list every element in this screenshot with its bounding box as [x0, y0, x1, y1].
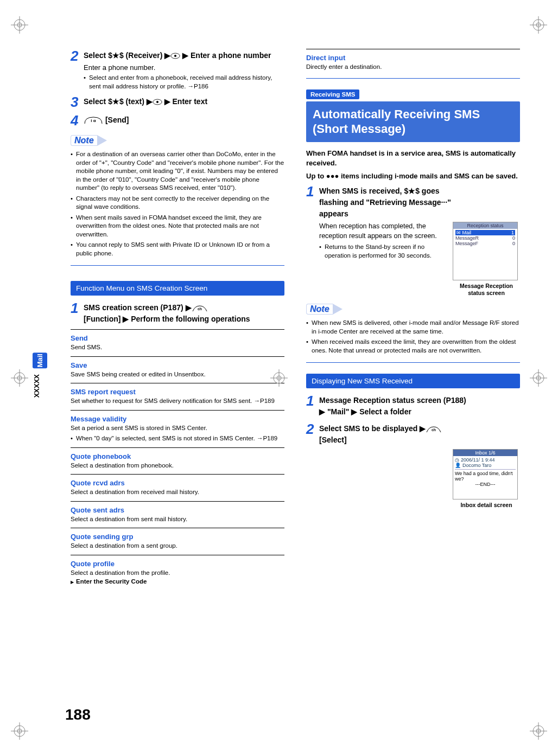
direct-input-title: Direct input — [306, 54, 520, 62]
divider — [306, 362, 520, 363]
rstep-1: 1 When SMS is received, $★$ goes flashin… — [306, 184, 520, 296]
screen-mock: Inbox 1/6 ◷2006/11/ 1 9:44 👤Docomo Taro … — [453, 449, 520, 509]
step-title: Select SMS to be displayed ▶ch [Select] — [319, 423, 520, 446]
arrow-right-icon: ▶ — [186, 303, 192, 312]
intro-text: Up to ●●● items including i-mode mails a… — [306, 171, 520, 181]
note-bullet: Characters may not be sent correctly to … — [71, 195, 284, 212]
divider — [71, 383, 284, 383]
fn-title: Quote phonebook — [71, 452, 284, 460]
svg-point-29 — [174, 55, 176, 57]
star-icon: ★ — [112, 97, 119, 106]
divider — [71, 555, 284, 555]
star-icon: ★ — [408, 187, 415, 195]
note-label: Note — [310, 304, 329, 314]
intro-text: When FOMA handset is in a service area, … — [306, 149, 520, 168]
fn-desc: Set a period a sent SMS is stored in SMS… — [71, 424, 284, 433]
fn-extra: Enter the Security Code — [71, 578, 284, 585]
fn-title: Quote sent adrs — [71, 506, 284, 514]
person-icon: 👤 — [455, 463, 461, 468]
step-3: 3 Select $★$ (text) ▶ ▶ Enter text — [71, 95, 284, 109]
arrow-right-icon: ▶ — [182, 51, 188, 60]
step-title: Message Reception status screen (P188) ▶… — [319, 395, 520, 418]
step-number: 2 — [306, 422, 319, 509]
screen-titlebar: Inbox 1/6 — [453, 450, 517, 456]
screen-caption: Inbox detail screen — [453, 502, 520, 509]
divider — [306, 49, 520, 49]
svg-text:i α: i α — [91, 118, 96, 123]
arrow-right-icon: ▶ — [319, 407, 325, 416]
step-number: 1 — [306, 184, 319, 296]
fn-title: Save — [71, 361, 284, 369]
direct-input-desc: Directly enter a destination. — [306, 63, 520, 72]
page-number: 188 — [65, 706, 91, 723]
note-bullet: When sent mails saved in FOMA handset ex… — [71, 214, 284, 239]
svg-point-31 — [156, 101, 158, 103]
step-number: 3 — [71, 95, 84, 109]
clock-icon: ◷ — [455, 457, 459, 463]
note-header: Note — [306, 304, 520, 315]
crop-mark-icon — [11, 722, 28, 740]
softkey-icon: ch — [192, 305, 208, 312]
step-number: 2 — [71, 49, 84, 91]
step-number: 1 — [71, 301, 84, 325]
fn-title: Quote profile — [71, 560, 284, 568]
crop-mark-icon — [530, 722, 547, 740]
step-number: 4 — [71, 113, 84, 127]
step-title: Select $★$ (text) ▶ ▶ Enter text — [84, 96, 284, 107]
fn-desc: Set whether to request for SMS delivery … — [71, 397, 284, 406]
divider — [71, 356, 284, 357]
step-number: 1 — [306, 394, 319, 418]
step-title: SMS creation screen (P187) ▶ch [Function… — [84, 302, 284, 325]
dstep-1: 1 Message Reception status screen (P188)… — [306, 394, 520, 418]
softkey-icon: ch — [426, 426, 442, 433]
fn-title: Message validity — [71, 415, 284, 423]
manual-page: Mail XXXXX 188 2 Select $★$ (Receiver) ▶… — [0, 0, 558, 756]
divider — [71, 410, 284, 411]
right-column: Direct input Directly enter a destinatio… — [306, 49, 520, 585]
crop-mark-icon — [530, 369, 547, 387]
arrow-right-icon: ▶ — [123, 315, 129, 323]
divider — [306, 78, 520, 79]
fn-title: Quote sending grp — [71, 533, 284, 541]
fn-title: SMS report request — [71, 388, 284, 396]
note-label: Note — [74, 136, 94, 145]
step-title: Select $★$ (Receiver) ▶ ▶ Enter a phone … — [84, 50, 284, 61]
step-title: i α [Send] — [84, 114, 284, 126]
arrow-right-icon: ▶ — [164, 97, 170, 106]
step-2: 2 Select $★$ (Receiver) ▶ ▶ Enter a phon… — [71, 49, 284, 91]
mail-icon: ✉ Mail — [456, 230, 471, 235]
divider — [71, 501, 284, 502]
receiving-sms-tag: Receiving SMS — [306, 89, 359, 99]
function-menu-header: Function Menu on SMS Creation Screen — [71, 281, 284, 296]
softkey-icon: i α — [84, 116, 103, 125]
fn-desc: Select a destination from received mail … — [71, 488, 284, 497]
section-heading: Automatically Receiving SMS (Short Messa… — [306, 101, 520, 142]
star-icon: ★ — [112, 51, 119, 60]
display-header: Displaying New SMS Received — [306, 374, 520, 388]
step-title: When SMS is received, $★$ goes flashing … — [319, 185, 520, 220]
fn-desc: Select a destination from sent mail hist… — [71, 515, 284, 524]
note-bullet: When new SMS is delivered, other i-mode … — [306, 319, 520, 336]
fn-desc: Select a destination from the profile. — [71, 569, 284, 578]
bullet: Select and enter from a phonebook, recei… — [84, 74, 284, 91]
fn-desc: Select a destination from phonebook. — [71, 462, 284, 470]
note-bullet: You cannot reply to SMS sent with Privat… — [71, 241, 284, 258]
fn-step-1: 1 SMS creation screen (P187) ▶ch [Functi… — [71, 301, 284, 325]
dstep-2: 2 Select SMS to be displayed ▶ch [Select… — [306, 422, 520, 509]
divider — [71, 474, 284, 475]
arrow-right-icon: ▶ — [147, 97, 153, 106]
note-header: Note — [71, 135, 284, 146]
crop-mark-icon — [530, 16, 547, 34]
fn-desc: Save SMS being created or edited in Unse… — [71, 370, 284, 379]
screen-mock: Reception status ✉ Mail1 MessageR0 Messa… — [453, 222, 520, 296]
divider — [71, 329, 284, 330]
arrow-right-icon: ▶ — [420, 424, 426, 433]
center-key-icon — [153, 98, 162, 106]
step-desc: Enter a phone number. — [84, 63, 284, 72]
left-column: 2 Select $★$ (Receiver) ▶ ▶ Enter a phon… — [71, 49, 284, 585]
bullet: Returns to the Stand-by screen if no ope… — [319, 243, 447, 260]
arrow-right-icon: ▶ — [351, 407, 357, 416]
step-4: 4 i α [Send] — [71, 113, 284, 127]
divider — [71, 265, 284, 266]
divider — [71, 528, 284, 528]
